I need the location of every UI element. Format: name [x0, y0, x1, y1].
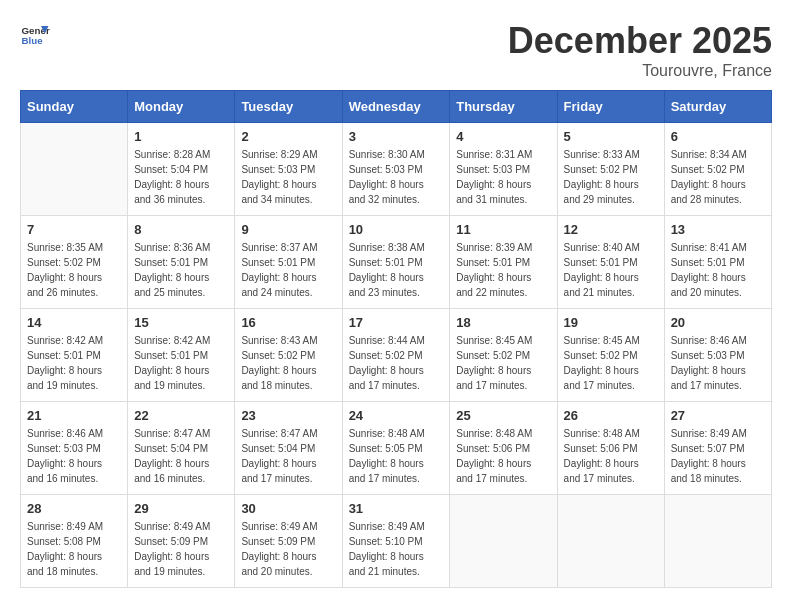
- day-number: 5: [564, 129, 658, 144]
- calendar-day-cell: 12Sunrise: 8:40 AMSunset: 5:01 PMDayligh…: [557, 216, 664, 309]
- day-number: 19: [564, 315, 658, 330]
- calendar-day-cell: 24Sunrise: 8:48 AMSunset: 5:05 PMDayligh…: [342, 402, 450, 495]
- calendar-day-cell: [664, 495, 771, 588]
- day-number: 3: [349, 129, 444, 144]
- day-number: 20: [671, 315, 765, 330]
- day-info: Sunrise: 8:29 AMSunset: 5:03 PMDaylight:…: [241, 147, 335, 207]
- day-info: Sunrise: 8:49 AMSunset: 5:08 PMDaylight:…: [27, 519, 121, 579]
- svg-text:Blue: Blue: [22, 35, 44, 46]
- day-info: Sunrise: 8:49 AMSunset: 5:07 PMDaylight:…: [671, 426, 765, 486]
- day-info: Sunrise: 8:37 AMSunset: 5:01 PMDaylight:…: [241, 240, 335, 300]
- calendar-day-cell: 5Sunrise: 8:33 AMSunset: 5:02 PMDaylight…: [557, 123, 664, 216]
- calendar-day-cell: 14Sunrise: 8:42 AMSunset: 5:01 PMDayligh…: [21, 309, 128, 402]
- day-info: Sunrise: 8:43 AMSunset: 5:02 PMDaylight:…: [241, 333, 335, 393]
- calendar-day-cell: 16Sunrise: 8:43 AMSunset: 5:02 PMDayligh…: [235, 309, 342, 402]
- calendar-day-cell: 27Sunrise: 8:49 AMSunset: 5:07 PMDayligh…: [664, 402, 771, 495]
- day-info: Sunrise: 8:40 AMSunset: 5:01 PMDaylight:…: [564, 240, 658, 300]
- day-number: 18: [456, 315, 550, 330]
- day-number: 7: [27, 222, 121, 237]
- calendar-day-cell: 26Sunrise: 8:48 AMSunset: 5:06 PMDayligh…: [557, 402, 664, 495]
- calendar-day-cell: 15Sunrise: 8:42 AMSunset: 5:01 PMDayligh…: [128, 309, 235, 402]
- day-info: Sunrise: 8:33 AMSunset: 5:02 PMDaylight:…: [564, 147, 658, 207]
- day-info: Sunrise: 8:46 AMSunset: 5:03 PMDaylight:…: [27, 426, 121, 486]
- day-info: Sunrise: 8:28 AMSunset: 5:04 PMDaylight:…: [134, 147, 228, 207]
- calendar-table: SundayMondayTuesdayWednesdayThursdayFrid…: [20, 90, 772, 588]
- calendar-day-cell: 29Sunrise: 8:49 AMSunset: 5:09 PMDayligh…: [128, 495, 235, 588]
- day-number: 12: [564, 222, 658, 237]
- calendar-day-cell: 7Sunrise: 8:35 AMSunset: 5:02 PMDaylight…: [21, 216, 128, 309]
- day-info: Sunrise: 8:36 AMSunset: 5:01 PMDaylight:…: [134, 240, 228, 300]
- day-number: 2: [241, 129, 335, 144]
- calendar-day-cell: 19Sunrise: 8:45 AMSunset: 5:02 PMDayligh…: [557, 309, 664, 402]
- day-info: Sunrise: 8:49 AMSunset: 5:09 PMDaylight:…: [134, 519, 228, 579]
- calendar-day-cell: 11Sunrise: 8:39 AMSunset: 5:01 PMDayligh…: [450, 216, 557, 309]
- calendar-day-cell: 30Sunrise: 8:49 AMSunset: 5:09 PMDayligh…: [235, 495, 342, 588]
- calendar-day-cell: 2Sunrise: 8:29 AMSunset: 5:03 PMDaylight…: [235, 123, 342, 216]
- calendar-day-cell: 6Sunrise: 8:34 AMSunset: 5:02 PMDaylight…: [664, 123, 771, 216]
- day-number: 13: [671, 222, 765, 237]
- day-number: 30: [241, 501, 335, 516]
- calendar-day-cell: 4Sunrise: 8:31 AMSunset: 5:03 PMDaylight…: [450, 123, 557, 216]
- day-number: 28: [27, 501, 121, 516]
- day-info: Sunrise: 8:35 AMSunset: 5:02 PMDaylight:…: [27, 240, 121, 300]
- day-info: Sunrise: 8:42 AMSunset: 5:01 PMDaylight:…: [27, 333, 121, 393]
- title-area: December 2025 Tourouvre, France: [508, 20, 772, 80]
- calendar-day-cell: 21Sunrise: 8:46 AMSunset: 5:03 PMDayligh…: [21, 402, 128, 495]
- day-info: Sunrise: 8:42 AMSunset: 5:01 PMDaylight:…: [134, 333, 228, 393]
- day-info: Sunrise: 8:49 AMSunset: 5:10 PMDaylight:…: [349, 519, 444, 579]
- calendar-week-row: 7Sunrise: 8:35 AMSunset: 5:02 PMDaylight…: [21, 216, 772, 309]
- day-number: 4: [456, 129, 550, 144]
- day-of-week-header: Saturday: [664, 91, 771, 123]
- day-number: 24: [349, 408, 444, 423]
- day-number: 1: [134, 129, 228, 144]
- day-of-week-header: Thursday: [450, 91, 557, 123]
- calendar-day-cell: 25Sunrise: 8:48 AMSunset: 5:06 PMDayligh…: [450, 402, 557, 495]
- page-header: General Blue December 2025 Tourouvre, Fr…: [20, 20, 772, 80]
- day-info: Sunrise: 8:47 AMSunset: 5:04 PMDaylight:…: [241, 426, 335, 486]
- day-number: 14: [27, 315, 121, 330]
- day-info: Sunrise: 8:46 AMSunset: 5:03 PMDaylight:…: [671, 333, 765, 393]
- day-info: Sunrise: 8:49 AMSunset: 5:09 PMDaylight:…: [241, 519, 335, 579]
- calendar-day-cell: 3Sunrise: 8:30 AMSunset: 5:03 PMDaylight…: [342, 123, 450, 216]
- calendar-week-row: 28Sunrise: 8:49 AMSunset: 5:08 PMDayligh…: [21, 495, 772, 588]
- day-of-week-header: Sunday: [21, 91, 128, 123]
- day-info: Sunrise: 8:45 AMSunset: 5:02 PMDaylight:…: [456, 333, 550, 393]
- day-info: Sunrise: 8:41 AMSunset: 5:01 PMDaylight:…: [671, 240, 765, 300]
- logo: General Blue: [20, 20, 54, 50]
- calendar-day-cell: 9Sunrise: 8:37 AMSunset: 5:01 PMDaylight…: [235, 216, 342, 309]
- day-number: 15: [134, 315, 228, 330]
- calendar-week-row: 21Sunrise: 8:46 AMSunset: 5:03 PMDayligh…: [21, 402, 772, 495]
- day-number: 16: [241, 315, 335, 330]
- day-number: 22: [134, 408, 228, 423]
- day-info: Sunrise: 8:44 AMSunset: 5:02 PMDaylight:…: [349, 333, 444, 393]
- logo-icon: General Blue: [20, 20, 50, 50]
- day-number: 10: [349, 222, 444, 237]
- day-info: Sunrise: 8:45 AMSunset: 5:02 PMDaylight:…: [564, 333, 658, 393]
- calendar-day-cell: 13Sunrise: 8:41 AMSunset: 5:01 PMDayligh…: [664, 216, 771, 309]
- month-title: December 2025: [508, 20, 772, 62]
- day-info: Sunrise: 8:31 AMSunset: 5:03 PMDaylight:…: [456, 147, 550, 207]
- day-number: 29: [134, 501, 228, 516]
- day-number: 31: [349, 501, 444, 516]
- day-info: Sunrise: 8:39 AMSunset: 5:01 PMDaylight:…: [456, 240, 550, 300]
- calendar-week-row: 14Sunrise: 8:42 AMSunset: 5:01 PMDayligh…: [21, 309, 772, 402]
- day-of-week-header: Friday: [557, 91, 664, 123]
- calendar-day-cell: 1Sunrise: 8:28 AMSunset: 5:04 PMDaylight…: [128, 123, 235, 216]
- day-info: Sunrise: 8:48 AMSunset: 5:05 PMDaylight:…: [349, 426, 444, 486]
- calendar-day-cell: 22Sunrise: 8:47 AMSunset: 5:04 PMDayligh…: [128, 402, 235, 495]
- day-info: Sunrise: 8:47 AMSunset: 5:04 PMDaylight:…: [134, 426, 228, 486]
- day-info: Sunrise: 8:30 AMSunset: 5:03 PMDaylight:…: [349, 147, 444, 207]
- day-of-week-header: Wednesday: [342, 91, 450, 123]
- day-number: 17: [349, 315, 444, 330]
- calendar-day-cell: 28Sunrise: 8:49 AMSunset: 5:08 PMDayligh…: [21, 495, 128, 588]
- day-number: 8: [134, 222, 228, 237]
- calendar-day-cell: [450, 495, 557, 588]
- calendar-day-cell: 17Sunrise: 8:44 AMSunset: 5:02 PMDayligh…: [342, 309, 450, 402]
- day-number: 6: [671, 129, 765, 144]
- day-info: Sunrise: 8:48 AMSunset: 5:06 PMDaylight:…: [456, 426, 550, 486]
- calendar-day-cell: 31Sunrise: 8:49 AMSunset: 5:10 PMDayligh…: [342, 495, 450, 588]
- day-number: 23: [241, 408, 335, 423]
- calendar-day-cell: [557, 495, 664, 588]
- calendar-day-cell: 18Sunrise: 8:45 AMSunset: 5:02 PMDayligh…: [450, 309, 557, 402]
- calendar-day-cell: 23Sunrise: 8:47 AMSunset: 5:04 PMDayligh…: [235, 402, 342, 495]
